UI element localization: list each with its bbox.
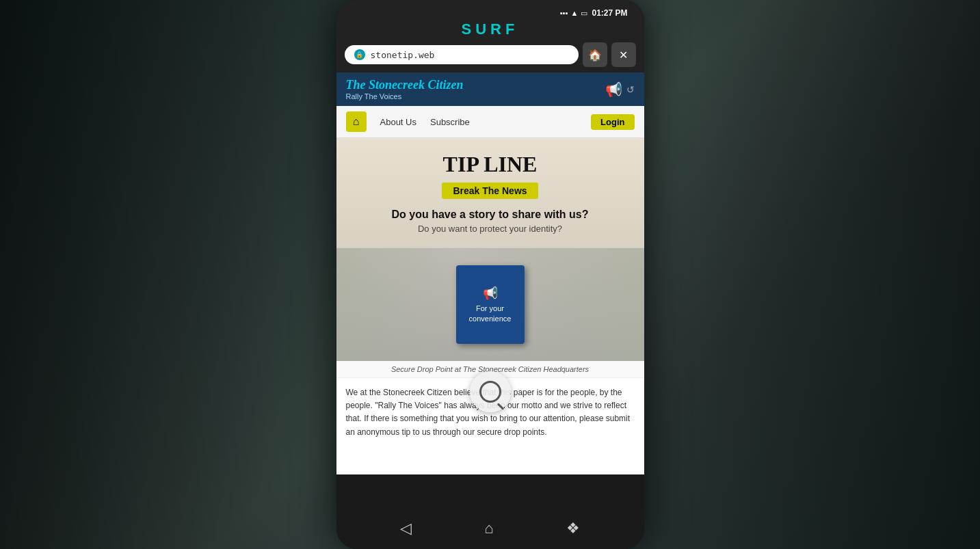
nav-home-button[interactable]: ⌂ [346, 111, 367, 132]
phone-frame: ▪▪▪ ▲ ▭ 01:27 PM SURF 🔒 stonetip.web 🏠 ✕ [336, 0, 644, 549]
newspaper-title: The Stonecreek Citizen [346, 78, 464, 92]
phone-top-bar: ▪▪▪ ▲ ▭ 01:27 PM SURF 🔒 stonetip.web 🏠 ✕ [336, 0, 644, 72]
megaphone-icon: 📢 [605, 81, 622, 98]
website-content: The Stonecreek Citizen Rally The Voices … [336, 72, 644, 474]
wifi-icon: ▲ [571, 9, 579, 17]
tip-line-hero: TIP LINE Break The News Do you have a st… [336, 138, 644, 248]
break-news-badge[interactable]: Break The News [442, 183, 538, 199]
newspaper-icons: 📢 ↺ [605, 81, 635, 98]
dropbox-image: 📢 For yourconvenience [336, 248, 644, 361]
battery-icon: ▭ [581, 9, 587, 18]
box-icon: 📢 [483, 286, 498, 301]
url-text: stonetip.web [371, 50, 435, 60]
status-bar: ▪▪▪ ▲ ▭ 01:27 PM [345, 4, 636, 21]
home-nav-icon: ⌂ [353, 116, 360, 128]
tip-line-title: TIP LINE [350, 152, 631, 177]
favicon: 🔒 [354, 49, 365, 60]
home-button[interactable]: 🏠 [583, 42, 607, 67]
back-button[interactable]: ◁ [400, 520, 412, 537]
status-time: 01:27 PM [592, 8, 627, 18]
url-input[interactable]: 🔒 stonetip.web [345, 45, 579, 64]
surf-logo: SURF [345, 21, 636, 38]
drop-box: 📢 For yourconvenience [456, 265, 525, 344]
newspaper-header: The Stonecreek Citizen Rally The Voices … [336, 72, 644, 106]
search-circle-icon [479, 381, 501, 403]
close-button[interactable]: ✕ [611, 42, 636, 67]
surf-browser-chrome: ▪▪▪ ▲ ▭ 01:27 PM SURF 🔒 stonetip.web 🏠 ✕ [336, 0, 644, 72]
about-us-link[interactable]: About Us [380, 117, 416, 127]
box-label: For yourconvenience [469, 304, 512, 323]
phone-bottom-nav: ◁ ⌂ ❖ [336, 508, 644, 549]
layers-button[interactable]: ❖ [566, 520, 580, 537]
browser-address-bar: 🔒 stonetip.web 🏠 ✕ [345, 42, 636, 67]
newspaper-title-block: The Stonecreek Citizen Rally The Voices [346, 78, 464, 101]
login-button[interactable]: Login [591, 114, 634, 130]
newspaper-tagline: Rally The Voices [346, 92, 464, 101]
refresh-icon[interactable]: ↺ [626, 84, 635, 95]
tip-subtitle2: Do you want to protect your identity? [350, 224, 631, 234]
subscribe-link[interactable]: Subscribe [430, 117, 470, 127]
signal-indicators: ▪▪▪ ▲ ▭ [560, 9, 588, 18]
search-overlay[interactable] [470, 371, 511, 412]
signal-icon: ▪▪▪ [560, 9, 568, 17]
home-device-button[interactable]: ⌂ [484, 520, 493, 537]
tip-subtitle: Do you have a story to share with us? [350, 209, 631, 221]
site-navigation: ⌂ About Us Subscribe Login [336, 106, 644, 138]
